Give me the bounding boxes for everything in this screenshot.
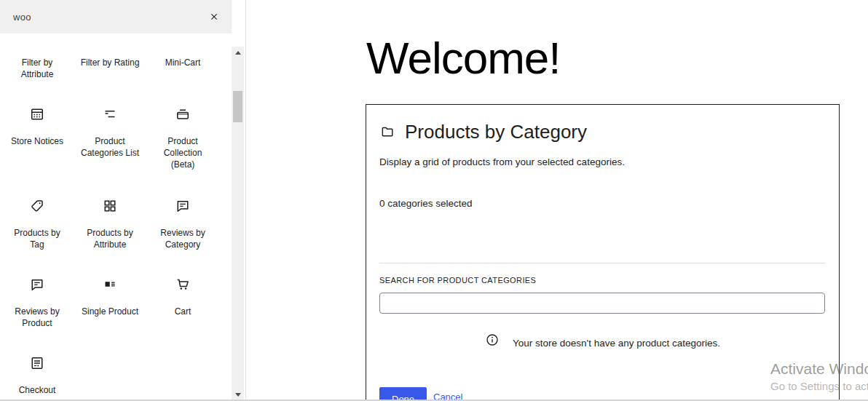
block-item-label: Single Product bbox=[82, 306, 138, 317]
block-search-box bbox=[0, 0, 232, 33]
block-item-filter-by-attribute[interactable]: Filter by Attribute bbox=[1, 57, 74, 80]
block-item-label: Cart bbox=[175, 306, 192, 317]
product-collection-icon bbox=[174, 106, 192, 123]
panel-scrollbar[interactable] bbox=[232, 47, 244, 401]
block-item-single-product[interactable]: Single Product bbox=[74, 276, 146, 329]
block-inserter-panel: Filter by Attribute Filter by Rating Min… bbox=[0, 0, 246, 401]
block-item-store-notices[interactable]: Store Notices bbox=[1, 106, 74, 170]
close-icon[interactable] bbox=[208, 11, 220, 23]
block-item-reviews-by-category[interactable]: Reviews by Category bbox=[146, 197, 219, 250]
block-item-cart[interactable]: Cart bbox=[146, 276, 219, 329]
store-notices-icon bbox=[28, 106, 46, 123]
products-by-tag-icon bbox=[28, 197, 46, 215]
block-placeholder-description: Display a grid of products from your sel… bbox=[379, 156, 625, 167]
cart-icon bbox=[174, 276, 192, 293]
block-item-label: Product Collection (Beta) bbox=[164, 135, 202, 170]
empty-categories-notice: Your store doesn't have any product cate… bbox=[366, 333, 839, 350]
block-item-label: Checkout bbox=[19, 384, 56, 396]
block-item-filter-by-rating[interactable]: Filter by Rating bbox=[74, 57, 146, 80]
products-by-attribute-icon bbox=[101, 197, 119, 215]
inserter-row: Store Notices Product Categories List bbox=[1, 106, 219, 170]
folder-icon bbox=[379, 124, 395, 140]
checkout-icon bbox=[28, 354, 46, 372]
divider bbox=[379, 263, 826, 263]
inserter-row: Reviews by Product Single Product bbox=[1, 276, 219, 329]
block-item-label: Products by Tag bbox=[14, 227, 60, 250]
block-item-label: Products by Attribute bbox=[87, 227, 133, 250]
scroll-up-icon[interactable] bbox=[232, 47, 244, 59]
empty-categories-text: Your store doesn't have any product cate… bbox=[513, 338, 720, 349]
block-item-reviews-by-product[interactable]: Reviews by Product bbox=[1, 276, 74, 329]
block-item-products-by-attribute[interactable]: Products by Attribute bbox=[74, 197, 146, 250]
block-item-products-by-tag[interactable]: Products by Tag bbox=[1, 197, 74, 250]
inserter-row: Filter by Attribute Filter by Rating Min… bbox=[1, 57, 219, 80]
single-product-icon bbox=[101, 276, 119, 293]
product-categories-list-icon bbox=[101, 106, 119, 123]
editor-screen: Filter by Attribute Filter by Rating Min… bbox=[0, 0, 868, 401]
block-item-label: Reviews by Product bbox=[15, 306, 59, 329]
block-search-input[interactable] bbox=[13, 0, 188, 33]
selected-categories-count: 0 categories selected bbox=[379, 198, 473, 209]
block-item-product-categories-list[interactable]: Product Categories List bbox=[74, 106, 146, 170]
reviews-by-product-icon bbox=[28, 276, 46, 293]
inserter-row: Products by Tag Products by Attribute bbox=[1, 197, 219, 250]
block-item-product-collection[interactable]: Product Collection (Beta) bbox=[146, 106, 219, 170]
reviews-by-category-icon bbox=[174, 197, 192, 215]
category-search-input[interactable] bbox=[379, 293, 825, 314]
block-item-label: Filter by Attribute bbox=[21, 57, 54, 80]
block-item-checkout[interactable]: Checkout bbox=[1, 354, 74, 396]
info-icon bbox=[485, 333, 500, 350]
block-item-label: Product Categories List bbox=[81, 135, 139, 159]
category-search-label: SEARCH FOR PRODUCT CATEGORIES bbox=[379, 276, 536, 285]
products-by-category-placeholder: Products by Category Display a grid of p… bbox=[366, 104, 840, 401]
block-item-label: Filter by Rating bbox=[81, 57, 140, 68]
inserter-row: Checkout bbox=[1, 354, 219, 396]
block-item-label: Mini-Cart bbox=[165, 57, 201, 68]
block-item-mini-cart[interactable]: Mini-Cart bbox=[146, 57, 219, 80]
block-item-label: Store Notices bbox=[11, 135, 63, 147]
block-placeholder-title: Products by Category bbox=[405, 121, 587, 143]
scrollbar-thumb[interactable] bbox=[233, 91, 242, 122]
block-item-label: Reviews by Category bbox=[160, 227, 205, 250]
page-title[interactable]: Welcome! bbox=[366, 34, 561, 82]
